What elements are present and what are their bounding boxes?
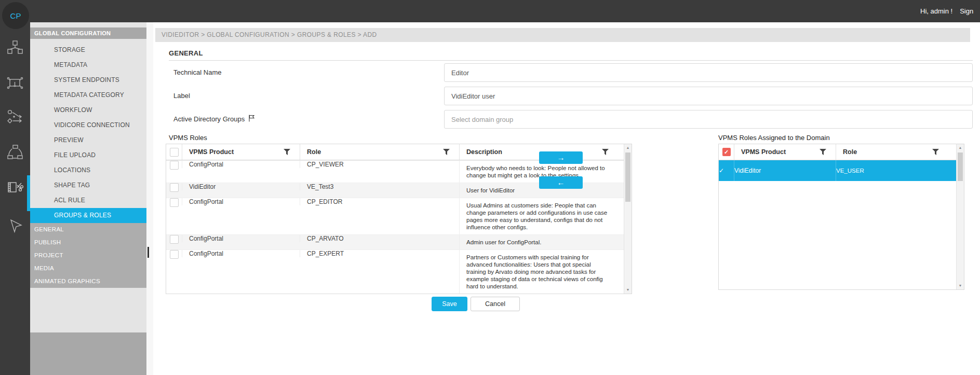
nav-item-shape-tag[interactable]: SHAPE TAG [30,178,146,193]
cell-role: VE_USER [836,160,958,181]
filter-icon[interactable] [443,149,450,155]
nav-item-preview[interactable]: PREVIEW [30,133,146,148]
ad-groups-label: Active Directory Groups [173,115,255,124]
row-checkbox[interactable] [170,198,179,207]
user-greeting: Hi, admin ! [920,7,952,15]
technical-name-label-text: Technical Name [173,68,222,77]
save-button[interactable]: Save [432,297,467,311]
nav-item-storage[interactable]: STORAGE [30,43,146,58]
cell-description: Admin user for ConfigPortal. [459,235,625,249]
touch-config-icon[interactable] [6,74,24,94]
assigned-table-scrollbar[interactable]: ▲ ▼ [956,144,964,289]
select-all-checkbox-checked[interactable]: ✓ [722,148,731,156]
assign-role-button[interactable]: → [539,151,583,164]
filter-icon[interactable] [932,149,939,155]
nav-item-metadata[interactable]: METADATA [30,58,146,73]
config-nav: GLOBAL CONFIGURATION STORAGE METADATA SY… [30,22,146,375]
active-rail-indicator [27,175,30,211]
user-area: Hi, admin !Sign [920,0,980,22]
nav-item-acl-rule[interactable]: ACL RULE [30,193,146,208]
media-edit-icon[interactable] [6,178,24,198]
cell-product: ConfigPortal [182,161,300,168]
ad-groups-label-text: Active Directory Groups [173,115,245,124]
nav-section-publish[interactable]: PUBLISH [30,236,146,249]
cell-product: VidiEditor [734,160,836,181]
assigned-table-title: VPMS Roles Assigned to the Domain [718,134,830,142]
sign-out-link[interactable]: Sign [960,7,973,15]
nav-item-groups-roles[interactable]: GROUPS & ROLES [30,208,146,223]
nav-item-file-upload[interactable]: FILE UPLOAD [30,148,146,163]
scrollbar-thumb[interactable] [958,152,963,181]
hierarchy-icon[interactable] [6,143,24,163]
column-header-vpms-product[interactable]: VPMS Product [734,144,836,160]
cell-product: ConfigPortal [182,250,300,257]
table-row[interactable]: ConfigPortal CP_ARVATO Admin user for Co… [166,234,632,249]
nav-section-animated-graphics[interactable]: ANIMATED GRAPHICS [30,275,146,288]
roles-table: VPMS Product Role Description ConfigPort… [166,144,632,294]
nav-item-metadata-category[interactable]: METADATA CATEGORY [30,88,146,103]
nav-sections: GENERAL PUBLISH PROJECT MEDIA ANIMATED G… [30,223,146,288]
scroll-down-icon[interactable]: ▼ [624,286,632,294]
config-portal-window: Hi, admin !Sign CP PROD INT TRANS DEV [0,0,980,375]
scrollbar-thumb[interactable] [625,152,630,202]
nav-item-system-endpoints[interactable]: SYSTEM ENDPOINTS [30,73,146,88]
select-all-checkbox[interactable] [170,148,179,157]
nav-section-project[interactable]: PROJECT [30,249,146,262]
table-row[interactable]: ConfigPortal CP_EDITOR Usual Admins at c… [166,198,632,234]
nav-items: STORAGE METADATA SYSTEM ENDPOINTS METADA… [30,43,146,223]
pointer-icon[interactable] [6,218,24,238]
filter-icon[interactable] [820,149,826,155]
cell-description: Usual Admins at customers side: People t… [459,198,625,234]
roles-table-scrollbar[interactable]: ▲ ▼ [624,144,632,294]
breadcrumb: VIDIEDITOR > GLOBAL CONFIGURATION > GROU… [155,28,970,42]
column-header-role[interactable]: Role [836,144,958,160]
assigned-table-row-selected[interactable]: ✓ VidiEditor VE_USER [719,160,964,181]
row-checkbox[interactable] [170,161,179,170]
nav-header-global-configuration: GLOBAL CONFIGURATION [30,27,146,39]
workflow-icon[interactable] [6,108,24,128]
scroll-up-icon[interactable]: ▲ [957,144,964,151]
cell-product: ConfigPortal [182,235,300,242]
nav-resize-handle[interactable] [147,247,149,258]
row-check-icon: ✓ [719,167,724,174]
cell-description: Partners or Customers with special train… [459,250,625,294]
column-header-vpms-product-text: VPMS Product [189,148,234,156]
assigned-table-header: ✓ VPMS Product Role [719,144,964,160]
filter-icon[interactable] [602,149,609,155]
technical-name-input[interactable] [444,63,973,82]
cell-product: VidiEditor [182,183,300,190]
scroll-down-icon[interactable]: ▼ [957,282,964,289]
unassign-role-button[interactable]: ← [539,176,583,189]
column-header-role-text: Role [307,148,321,156]
row-checkbox[interactable] [170,250,179,259]
label-input[interactable] [444,87,973,105]
nav-section-media[interactable]: MEDIA [30,262,146,275]
app-logo[interactable]: CP [2,2,29,29]
column-header-vpms-product[interactable]: VPMS Product [182,144,300,160]
label-label-text: Label [173,91,190,101]
nav-item-vidicore-connection[interactable]: VIDICORE CONNECTION [30,118,146,133]
ad-groups-input[interactable] [444,110,973,129]
cell-product: ConfigPortal [182,198,300,205]
column-header-role-text: Role [843,148,857,156]
scroll-up-icon[interactable]: ▲ [624,144,632,151]
column-header-role[interactable]: Role [300,144,459,160]
panel-edge [146,22,153,375]
roles-table-title: VPMS Roles [169,134,207,142]
cell-role: CP_EDITOR [300,198,459,205]
filter-icon[interactable] [284,149,290,155]
cancel-button[interactable]: Cancel [471,297,520,311]
nav-item-locations[interactable]: LOCATIONS [30,163,146,178]
nav-section-general[interactable]: GENERAL [30,223,146,236]
nav-item-workflow[interactable]: WORKFLOW [30,103,146,118]
cell-role: VE_Test3 [300,183,459,190]
top-bar: Hi, admin !Sign [0,0,980,22]
cell-role: CP_VIEWER [300,161,459,168]
table-row[interactable]: ConfigPortal CP_EXPERT Partners or Custo… [166,249,632,294]
flag-icon [248,115,255,124]
row-checkbox[interactable] [170,235,179,244]
row-checkbox[interactable] [170,183,179,192]
modules-icon[interactable] [6,39,24,59]
label-label: Label [173,91,190,101]
icon-rail [0,22,30,375]
